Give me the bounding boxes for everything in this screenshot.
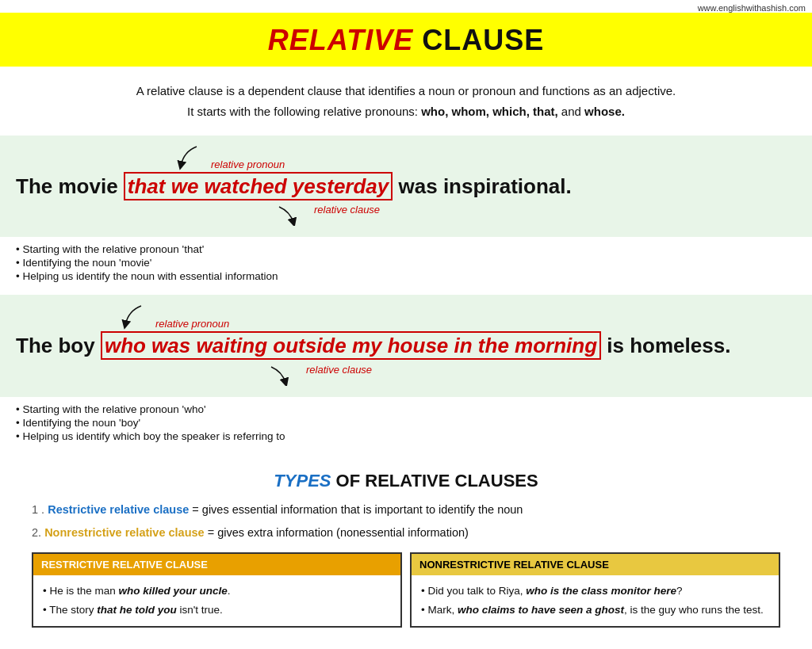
example2-highlighted: who was waiting outside my house in the …	[101, 331, 601, 360]
page-title: RELATIVE CLAUSE	[0, 13, 812, 67]
example2-wrapper: relative pronoun The boy who was waiting…	[0, 295, 812, 448]
definition-block: A relative clause is a dependent clause …	[0, 67, 812, 129]
example2-bullets: Starting with the relative pronoun 'who'…	[0, 397, 812, 449]
types-section: TYPES OF RELATIVE CLAUSES 1 . Restrictiv…	[0, 460, 812, 643]
example1-pronoun-label: relative pronoun	[211, 158, 285, 170]
example2-bullet-1: Starting with the relative pronoun 'who'	[16, 403, 812, 415]
example2-bullet-3: Helping us identify which boy the speake…	[16, 430, 812, 442]
restrictive-body: He is the man who killed your uncle. The…	[33, 575, 400, 627]
example1-bullet-1: Starting with the relative pronoun 'that…	[16, 243, 812, 255]
types-title: TYPES OF RELATIVE CLAUSES	[16, 471, 796, 491]
title-clause: CLAUSE	[413, 24, 544, 56]
arrow-icon-2	[270, 204, 309, 226]
restrictive-box: RESTRICTIVE RELATIVE CLAUSE He is the ma…	[32, 552, 402, 628]
arrow-icon-1	[167, 143, 206, 170]
types-list: 1 . Restrictive relative clause = gives …	[16, 499, 796, 544]
types-item-2: 2. Nonrestrictive relative clause = give…	[32, 522, 780, 544]
example1-wrapper: relative pronoun The movie that we watch…	[0, 136, 812, 288]
example1-bullets: Starting with the relative pronoun 'that…	[0, 237, 812, 288]
types-word: TYPES	[274, 471, 331, 491]
title-relative: RELATIVE	[268, 24, 413, 56]
example2-section: relative pronoun The boy who was waiting…	[0, 295, 812, 396]
nonrestrictive-bullet-1: Did you talk to Riya, who is the class m…	[421, 582, 769, 601]
restrictive-label: Restrictive relative clause	[48, 503, 189, 516]
comparison-row: RESTRICTIVE RELATIVE CLAUSE He is the ma…	[32, 552, 780, 628]
nonrestrictive-header: NONRESTRICTIVE RELATIVE CLAUSE	[412, 554, 779, 575]
restrictive-header: RESTRICTIVE RELATIVE CLAUSE	[33, 554, 400, 575]
definition-line1: A relative clause is a dependent clause …	[24, 81, 788, 101]
arrow-icon-4	[262, 364, 301, 386]
example2-bullet-2: Identifying the noun 'boy'	[16, 417, 812, 429]
restrictive-bullet-1: He is the man who killed your uncle.	[43, 582, 391, 601]
example2-sentence: The boy who was waiting outside my house…	[16, 330, 796, 361]
example2-clause-label: relative clause	[306, 364, 372, 376]
nonrestrictive-body: Did you talk to Riya, who is the class m…	[412, 575, 779, 627]
example1-bullet-2: Identifying the noun 'movie'	[16, 257, 812, 269]
nonrestrictive-label: Nonrestrictive relative clause	[44, 526, 205, 539]
example1-bullet-3: Helping us identify the noun with essent…	[16, 270, 812, 282]
restrictive-bullet-2: The story that he told you isn't true.	[43, 601, 391, 620]
example1-clause-label: relative clause	[314, 204, 380, 216]
nonrestrictive-box: NONRESTRICTIVE RELATIVE CLAUSE Did you t…	[410, 552, 780, 628]
nonrestrictive-bullet-2: Mark, who claims to have seen a ghost, i…	[421, 601, 769, 620]
example1-sentence: The movie that we watched yesterday was …	[16, 170, 796, 202]
example1-highlighted: that we watched yesterday	[124, 172, 393, 200]
example1-section: relative pronoun The movie that we watch…	[0, 136, 812, 237]
arrow-icon-3	[111, 303, 151, 330]
example2-pronoun-label: relative pronoun	[155, 318, 229, 330]
website-url: www.englishwithashish.com	[0, 0, 812, 13]
types-item-1: 1 . Restrictive relative clause = gives …	[32, 499, 780, 521]
definition-line2: It starts with the following relative pr…	[24, 101, 788, 122]
